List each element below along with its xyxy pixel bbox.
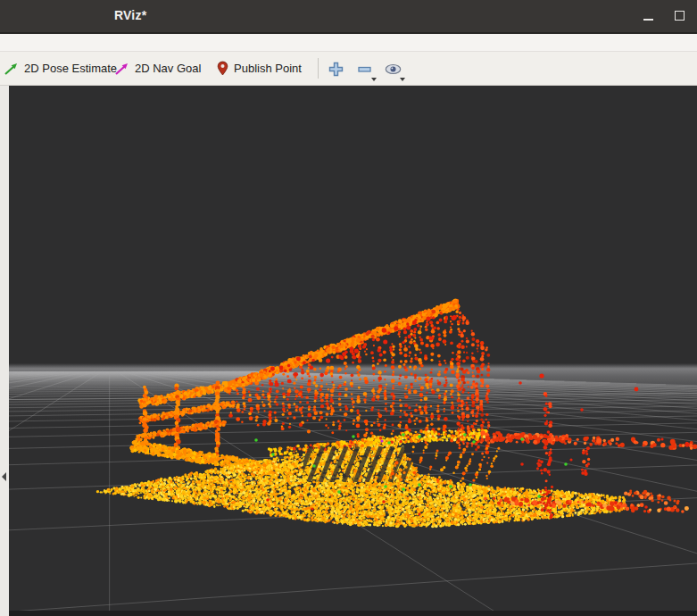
tool-2d-pose-estimate[interactable]: 2D Pose Estimate [1, 52, 120, 85]
toolbar-separator [318, 58, 319, 79]
maximize-button[interactable] [668, 0, 691, 32]
toolbar: 2D Pose Estimate 2D Nav Goal Publish Poi… [0, 52, 697, 86]
minus-icon [357, 62, 372, 77]
tool-publish-point[interactable]: Publish Point [213, 52, 305, 85]
visibility-dropdown-caret[interactable] [400, 78, 405, 81]
plus-icon [328, 62, 344, 77]
zoom-out-button[interactable] [353, 57, 376, 80]
tool-label: 2D Nav Goal [135, 62, 201, 75]
zoom-out-dropdown-caret[interactable] [371, 78, 377, 81]
window-titlebar: RViz* [0, 0, 697, 34]
pose-estimate-arrow-icon [4, 62, 19, 76]
window-title: RViz* [114, 8, 146, 22]
minimize-icon [643, 19, 653, 21]
panel-collapse-handle[interactable] [2, 472, 6, 481]
eye-icon [384, 62, 402, 76]
nav-goal-arrow-icon [115, 62, 129, 76]
tool-label: 2D Pose Estimate [24, 62, 117, 75]
zoom-in-button[interactable] [324, 57, 347, 80]
3d-viewport[interactable] [9, 86, 697, 616]
menu-bar [0, 34, 697, 52]
render-area [0, 86, 697, 616]
tool-label: Publish Point [234, 62, 302, 75]
minimize-button[interactable] [637, 0, 660, 32]
maximize-icon [675, 11, 685, 21]
side-panel-collapsed [0, 86, 9, 616]
map-pin-icon [217, 61, 228, 76]
visibility-button[interactable] [381, 57, 404, 80]
tool-2d-nav-goal[interactable]: 2D Nav Goal [112, 52, 204, 85]
